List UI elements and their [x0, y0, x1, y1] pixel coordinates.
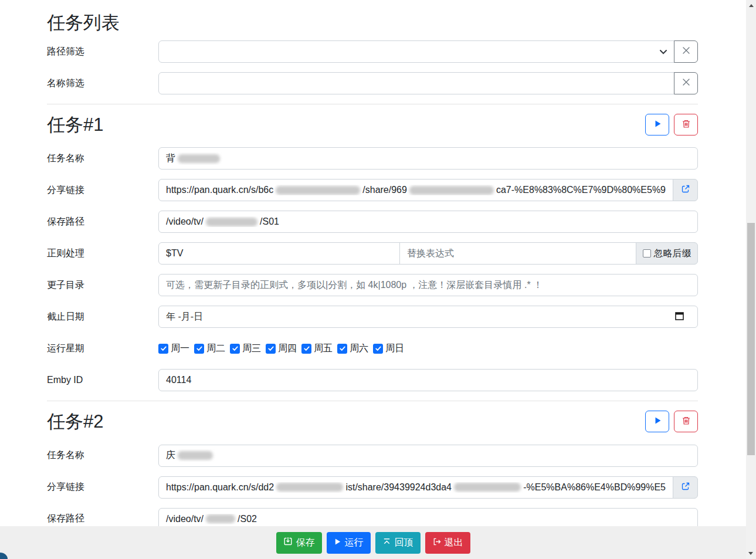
task2-name-input[interactable]: 庆	[158, 445, 698, 467]
trash-icon	[682, 119, 691, 131]
task2-open-link-button[interactable]	[673, 476, 698, 499]
task2-link-input[interactable]: https://pan.quark.cn/s/dd2ist/share/3943…	[158, 476, 673, 499]
redacted-text	[454, 483, 521, 492]
chevron-down-icon	[660, 46, 667, 57]
back-to-top-button[interactable]: 回顶	[375, 532, 421, 554]
checkbox-checked-icon	[301, 344, 311, 354]
text-segment: /video/tv/	[166, 216, 204, 227]
page-title: 任务列表	[47, 12, 698, 33]
play-icon	[653, 120, 662, 130]
x-icon	[682, 78, 690, 89]
subdir-label: 更子目录	[47, 279, 158, 292]
weekday-checkbox-tue[interactable]: 周二	[194, 343, 225, 355]
vertical-scrollbar[interactable]	[746, 0, 756, 559]
save-button-label: 保存	[296, 537, 315, 549]
redacted-text	[409, 186, 494, 195]
name-filter-clear-button[interactable]	[674, 72, 698, 94]
task1-name-row: 任务名称 背	[47, 147, 698, 170]
task2-link-row: 分享链接 https://pan.quark.cn/s/dd2ist/share…	[47, 476, 698, 499]
checkbox-unchecked-icon[interactable]	[643, 249, 651, 258]
weekday-checkbox-sun[interactable]: 周日	[373, 343, 404, 355]
trash-icon	[682, 416, 691, 428]
calendar-icon[interactable]	[674, 311, 684, 323]
task1-link-row: 分享链接 https://pan.quark.cn/s/b6c/share/96…	[47, 179, 698, 201]
checkbox-checked-icon	[158, 344, 168, 354]
task1-deadline-input[interactable]: 年 -月-日	[158, 306, 698, 328]
section-divider	[47, 401, 698, 401]
task2-delete-button[interactable]	[674, 411, 698, 432]
date-placeholder-text: 年 -月-日	[166, 311, 203, 323]
emby-id-label: Emby ID	[47, 375, 158, 385]
redacted-text	[206, 218, 257, 226]
text-segment: ca7-%E8%83%8C%E7%9D%80%E5%9	[496, 185, 666, 195]
chevron-bar-up-icon	[382, 537, 391, 548]
path-filter-label: 路径筛选	[47, 46, 158, 58]
save-path-label: 保存路径	[47, 216, 158, 228]
task2-header: 任务#2	[47, 411, 698, 432]
scrollbar-down-arrow-icon[interactable]	[748, 552, 753, 555]
text-segment: /S01	[260, 216, 279, 227]
checkbox-checked-icon	[373, 344, 383, 354]
task-name-label: 任务名称	[47, 153, 158, 165]
task2-name-row: 任务名称 庆	[47, 445, 698, 467]
checkbox-checked-icon	[266, 344, 276, 354]
task2-title: 任务#2	[47, 411, 103, 432]
external-link-icon	[681, 482, 690, 493]
task-name-label: 任务名称	[47, 449, 158, 462]
task1-open-link-button[interactable]	[673, 179, 698, 201]
run-button[interactable]: 运行	[327, 532, 371, 554]
weekday-checkbox-thu[interactable]: 周四	[266, 343, 297, 355]
checkbox-checked-icon	[230, 344, 240, 354]
task1-path-input[interactable]: /video/tv//S01	[158, 211, 698, 233]
ignore-suffix-label: 忽略后缀	[654, 248, 691, 260]
task1-emby-row: Emby ID	[47, 369, 698, 391]
play-icon	[653, 416, 662, 427]
share-link-label: 分享链接	[47, 481, 158, 493]
path-filter-clear-button[interactable]	[674, 40, 698, 63]
checkbox-checked-icon	[194, 344, 204, 354]
redacted-text	[178, 154, 220, 163]
text-segment: /share/969	[362, 185, 407, 195]
text-segment: 庆	[166, 449, 175, 462]
task1-regex-input[interactable]	[158, 242, 400, 265]
weekday-checkbox-sat[interactable]: 周六	[337, 343, 368, 355]
name-filter-row: 名称筛选	[47, 72, 698, 94]
save-button[interactable]: 保存	[276, 532, 322, 554]
save-icon	[283, 537, 293, 548]
save-path-label: 保存路径	[47, 513, 158, 525]
external-link-icon	[681, 184, 690, 196]
task1-subdir-input[interactable]	[158, 274, 698, 296]
weekdays-label: 运行星期	[47, 343, 158, 355]
path-filter-row: 路径筛选	[47, 40, 698, 63]
task1-weekdays-row: 运行星期 周一 周二 周三 周四 周五 周六 周日	[47, 337, 698, 360]
path-filter-select[interactable]	[158, 40, 674, 63]
page-viewport: 任务列表 路径筛选	[0, 0, 746, 559]
weekday-checkbox-mon[interactable]: 周一	[158, 343, 189, 355]
name-filter-input[interactable]	[158, 72, 674, 94]
text-segment: https://pan.quark.cn/s/b6c	[166, 185, 273, 195]
ignore-suffix-addon[interactable]: 忽略后缀	[636, 242, 698, 265]
task1-emby-input[interactable]	[158, 369, 698, 391]
exit-button[interactable]: 退出	[425, 532, 470, 554]
weekday-checkbox-fri[interactable]: 周五	[301, 343, 333, 355]
task1-delete-button[interactable]	[674, 114, 698, 135]
scrollbar-up-arrow-icon[interactable]	[749, 4, 754, 7]
task1-replace-input[interactable]	[399, 242, 636, 265]
deadline-label: 截止日期	[47, 311, 158, 323]
scrollbar-thumb[interactable]	[747, 223, 755, 455]
task2-run-button[interactable]	[645, 411, 669, 432]
play-icon	[334, 537, 341, 548]
box-arrow-right-icon	[432, 537, 441, 548]
text-segment: ist/share/39439924d3da4	[345, 482, 452, 493]
redacted-text	[178, 451, 213, 460]
footer-toolbar: 保存 运行 回顶 退出	[0, 526, 746, 559]
name-filter-label: 名称筛选	[47, 77, 158, 90]
weekday-checkbox-wed[interactable]: 周三	[230, 343, 261, 355]
exit-button-label: 退出	[445, 537, 463, 549]
task1-link-input[interactable]: https://pan.quark.cn/s/b6c/share/969ca7-…	[158, 179, 673, 201]
task1-path-row: 保存路径 /video/tv//S01	[47, 211, 698, 233]
redacted-text	[276, 483, 343, 492]
task1-name-input[interactable]: 背	[158, 147, 698, 170]
task1-run-button[interactable]	[645, 114, 669, 135]
task1-subdir-row: 更子目录	[47, 274, 698, 296]
